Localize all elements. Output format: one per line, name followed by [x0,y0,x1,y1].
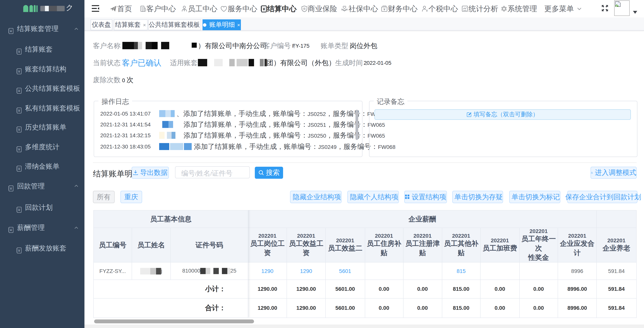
svg-text:¥: ¥ [18,249,20,252]
svg-text:¥: ¥ [18,69,20,73]
svg-text:¥: ¥ [18,147,20,151]
svg-text:¥: ¥ [18,109,20,112]
svg-text:¥: ¥ [18,167,20,171]
svg-text:¥: ¥ [18,89,20,93]
svg-text:¥: ¥ [10,228,12,232]
svg-text:¥: ¥ [18,50,20,54]
svg-text:¥: ¥ [18,208,20,212]
svg-text:¥: ¥ [10,29,12,33]
svg-text:¥: ¥ [18,128,20,132]
svg-text:¥: ¥ [10,187,12,190]
